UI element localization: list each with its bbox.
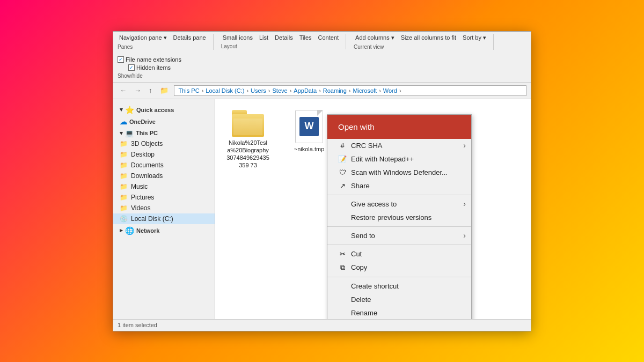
up-button[interactable]: ↑ — [147, 86, 155, 95]
cut-icon: ✂ — [338, 250, 347, 258]
content-area: Nikola%20Tesla%20Biography30748496294353… — [215, 99, 531, 319]
sidebar-item-desktop[interactable]: 📁 Desktop — [113, 149, 215, 160]
tiles-button[interactable]: Tiles — [298, 34, 313, 41]
tiles-label: Tiles — [299, 34, 312, 41]
navigation-pane-label: Navigation pane ▾ — [119, 34, 167, 41]
bc-roaming[interactable]: Roaming — [323, 87, 347, 94]
context-menu-crc-sha[interactable]: # CRC SHA — [327, 139, 471, 152]
context-menu-scan-defender[interactable]: 🛡 Scan with Windows Defender... — [327, 166, 471, 179]
create-shortcut-label: Create shortcut — [351, 282, 399, 290]
folder-icon-desktop: 📁 — [120, 151, 128, 158]
hidden-items-checkbox[interactable]: ✓ Hidden items — [128, 64, 171, 71]
breadcrumb[interactable]: This PC › Local Disk (C:) › Users › Stev… — [174, 85, 527, 96]
context-menu-copy[interactable]: ⧉ Copy — [327, 261, 471, 275]
sidebar-section-thispc[interactable]: ▾ 💻 This PC — [113, 127, 215, 138]
copy-icon: ⧉ — [338, 263, 347, 272]
music-label: Music — [131, 183, 148, 190]
onedrive-label: OneDrive — [129, 119, 156, 125]
navigation-pane-button[interactable]: Navigation pane ▾ — [118, 34, 169, 42]
give-access-label: Give access to — [351, 200, 397, 208]
word-filename: ~nikola.tmp — [294, 145, 325, 153]
bc-thispc[interactable]: This PC — [179, 87, 200, 94]
small-icons-button[interactable]: Small icons — [221, 34, 254, 41]
context-menu-restore[interactable]: Restore previous versions — [327, 211, 471, 224]
ribbon: Navigation pane ▾ Details pane Panes Sma… — [113, 32, 531, 83]
context-menu-share[interactable]: ↗ Share — [327, 179, 471, 193]
sidebar-item-documents[interactable]: 📁 Documents — [113, 160, 215, 171]
context-menu-divider-1 — [327, 195, 471, 195]
sidebar-section-quickaccess[interactable]: ▾ ⭐ Quick access — [113, 104, 215, 115]
forward-button[interactable]: → — [132, 86, 143, 95]
context-menu-edit-notepad[interactable]: 📝 Edit with Notepad++ — [327, 152, 471, 166]
word-badge: W — [299, 117, 319, 136]
sidebar: ▾ ⭐ Quick access ☁ OneDrive ▾ 💻 This PC … — [113, 99, 215, 319]
bc-steve[interactable]: Steve — [273, 87, 288, 94]
quickaccess-arrow: ▾ — [120, 106, 123, 113]
thispc-computer-icon: 💻 — [125, 129, 134, 137]
bc-microsoft[interactable]: Microsoft — [353, 87, 377, 94]
quickaccess-label: Quick access — [136, 107, 174, 113]
open-with-label: Open with — [338, 122, 375, 131]
sidebar-section-network[interactable]: ▸ 🌐 Network — [113, 224, 215, 236]
main-area: ▾ ⭐ Quick access ☁ OneDrive ▾ 💻 This PC … — [113, 99, 531, 319]
context-menu: Open with # CRC SHA 📝 Edit with Notepad+… — [327, 114, 472, 319]
file-item-folder[interactable]: Nikola%20Tesla%20Biography30748496294353… — [224, 108, 272, 172]
folder-icon-videos: 📁 — [120, 204, 128, 212]
add-columns-button[interactable]: Add columns ▾ — [354, 34, 396, 42]
network-arrow: ▸ — [120, 227, 123, 234]
context-menu-divider-2 — [327, 226, 471, 227]
context-menu-delete[interactable]: Delete — [327, 293, 471, 306]
back-button[interactable]: ← — [118, 86, 129, 95]
context-menu-send-to[interactable]: Send to — [327, 229, 471, 242]
folder-icon-documents: 📁 — [120, 161, 128, 169]
crc-label: CRC SHA — [351, 142, 383, 150]
file-extensions-check-icon: ✓ — [118, 56, 124, 63]
current-view-group-label: Current view — [354, 44, 384, 50]
desktop-label: Desktop — [131, 151, 155, 158]
videos-label: Videos — [131, 204, 150, 212]
bc-word[interactable]: Word — [383, 87, 397, 94]
context-menu-rename[interactable]: Rename — [327, 306, 471, 319]
sidebar-item-videos[interactable]: 📁 Videos — [113, 203, 215, 213]
pictures-label: Pictures — [131, 194, 154, 201]
context-menu-open-with[interactable]: Open with — [327, 115, 471, 139]
context-menu-give-access[interactable]: Give access to — [327, 197, 471, 211]
sidebar-item-downloads[interactable]: 📁 Downloads — [113, 171, 215, 181]
sidebar-item-localdisk[interactable]: 💿 Local Disk (C:) — [113, 213, 215, 224]
bc-localdisk[interactable]: Local Disk (C:) — [206, 87, 244, 94]
details-button[interactable]: Details — [273, 34, 295, 41]
size-columns-button[interactable]: Size all columns to fit — [399, 34, 458, 41]
send-to-label: Send to — [351, 232, 375, 240]
details-label: Details — [275, 34, 293, 41]
content-button[interactable]: Content — [317, 34, 341, 41]
file-item-word[interactable]: W ~nikola.tmp — [285, 108, 333, 155]
file-name-extensions-checkbox[interactable]: ✓ File name extensions — [118, 56, 181, 63]
onedrive-cloud-icon: ☁ — [120, 117, 127, 126]
ribbon-group-current-view: Add columns ▾ Size all columns to fit So… — [354, 34, 494, 50]
folder-icon-visual — [232, 110, 264, 137]
word-file-icon-visual: W — [295, 110, 323, 143]
sidebar-item-3dobjects[interactable]: 📁 3D Objects — [113, 138, 215, 149]
sort-by-button[interactable]: Sort by ▾ — [461, 34, 488, 42]
sidebar-section-onedrive[interactable]: ☁ OneDrive — [113, 115, 215, 127]
bc-users[interactable]: Users — [251, 87, 266, 94]
sidebar-item-pictures[interactable]: 📁 Pictures — [113, 192, 215, 203]
restore-label: Restore previous versions — [351, 213, 431, 221]
context-menu-create-shortcut[interactable]: Create shortcut — [327, 279, 471, 293]
sort-by-label: Sort by ▾ — [463, 34, 486, 41]
size-columns-label: Size all columns to fit — [401, 34, 456, 41]
folder-filename: Nikola%20Tesla%20Biography30748496294353… — [226, 139, 270, 169]
sidebar-item-music[interactable]: 📁 Music — [113, 181, 215, 192]
bc-appdata[interactable]: AppData — [294, 87, 317, 94]
context-menu-divider-4 — [327, 277, 471, 277]
cut-label: Cut — [351, 250, 362, 258]
folder-icon-music: 📁 — [120, 183, 128, 190]
context-menu-cut[interactable]: ✂ Cut — [327, 247, 471, 261]
network-label: Network — [136, 227, 159, 234]
list-button[interactable]: List — [258, 34, 270, 41]
folder-icon-downloads: 📁 — [120, 172, 128, 180]
crc-icon: # — [338, 142, 347, 150]
notepad-icon: 📝 — [338, 155, 347, 163]
layout-group-label: Layout — [221, 43, 237, 49]
details-pane-button[interactable]: Details pane — [172, 34, 208, 41]
